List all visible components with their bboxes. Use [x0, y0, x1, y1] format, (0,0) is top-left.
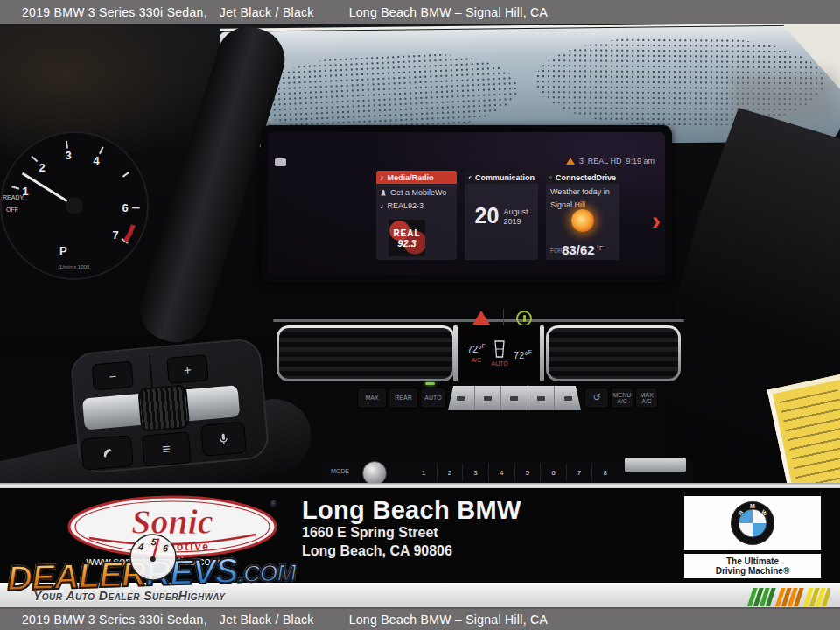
music-note-icon: ♪ [380, 173, 384, 182]
off-indicator: OFF [6, 206, 18, 213]
bmw-roundel-icon: B M W [730, 500, 775, 546]
bmw-tagline-2: Driving Machine® [716, 566, 790, 576]
preset-button: 3 [462, 464, 488, 481]
vent-trim-bar [453, 326, 458, 382]
idrive-screen: 3 REAL HD 9:19 am ♪ Media/Radio Get a Mo… [268, 132, 665, 276]
connecteddrive-icon [550, 173, 552, 181]
status-bar: 3 REAL HD 9:19 am [566, 157, 654, 165]
vehicle-title: 2019 BMW 3 Series 330i Sedan, [22, 5, 207, 19]
phone-icon [468, 173, 472, 181]
volume-plus-button: + [166, 354, 208, 384]
alert-count: 3 [579, 157, 584, 165]
communication-widget-header: Communication [465, 171, 538, 184]
bottom-caption-bar: 2019 BMW 3 Series 330i Sedan, Jet Black … [0, 609, 840, 630]
vent-trim-bar [540, 326, 544, 382]
connecteddrive-widget-header: ConnectedDrive [546, 171, 620, 184]
temperature-row: 83/62 °F [546, 243, 620, 256]
microphone-icon [218, 432, 229, 445]
scroll-wheel [137, 384, 190, 432]
driver-temp: 72°F A/C [467, 342, 486, 365]
dealer-name: Long Beach BMW – Signal Hill, CA [349, 5, 548, 19]
paint-colors: Jet Black / Black [220, 612, 314, 626]
tach-2: 2 [38, 161, 45, 174]
auto-label: AUTO [491, 360, 508, 367]
green-indicator-icon [516, 311, 532, 326]
station-artwork: REAL 92.3 [388, 220, 425, 256]
top-caption-bar: 2019 BMW 3 Series 330i Sedan, Jet Black … [0, 0, 840, 24]
media-row-1: Get a MobileWo [380, 188, 453, 197]
hi-lo-temp: 83/62 [562, 243, 595, 256]
volume-knob [362, 461, 387, 486]
vehicle-title: 2019 BMW 3 Series 330i Sedan, [22, 612, 207, 626]
key-segment [501, 386, 528, 410]
dealer-street: 1660 E Spring Street [302, 523, 522, 542]
media-widget-header: ♪ Media/Radio [376, 171, 457, 184]
preset-button: 8 [592, 464, 618, 481]
date-year: 2019 [503, 217, 528, 227]
gear-indicator: P [60, 244, 67, 257]
air-vent-right [546, 326, 681, 382]
passenger-temp: 72°F [514, 348, 532, 360]
max-ac-button: MAX A/C [635, 388, 658, 409]
mode-button: MODE [331, 468, 349, 474]
gauge-4: 4 [137, 541, 144, 552]
clock: 9:19 am [626, 157, 654, 165]
max-defrost-button: MAX [357, 388, 387, 409]
recirculation-button: ↺ [584, 388, 609, 409]
key-segment [475, 386, 502, 410]
steering-controls: − + ≡ [69, 338, 270, 474]
media-widget: ♪ Media/Radio Get a MobileWo ♪ REAL92-3 [376, 171, 457, 260]
infotainment-display: 3 REAL HD 9:19 am ♪ Media/Radio Get a Mo… [261, 125, 672, 283]
alert-triangle-icon [566, 158, 575, 164]
bmw-letter-m: M [750, 503, 755, 509]
audio-source: REAL HD [588, 157, 622, 165]
status-device-icon [275, 158, 286, 166]
dealer-name-large: Long Beach BMW [302, 497, 522, 523]
chevron-right-icon: › [652, 207, 661, 234]
tach-4: 4 [93, 154, 100, 167]
tach-3: 3 [65, 149, 71, 162]
center-climate: AUTO [491, 340, 508, 367]
key-segment [448, 386, 475, 410]
preset-button: 5 [514, 464, 541, 481]
bell-icon [380, 190, 387, 196]
temperature-key-strip [448, 386, 581, 410]
tach-6: 6 [122, 201, 128, 214]
phone-icon [101, 447, 114, 458]
voice-button [200, 422, 247, 457]
date-day: 20 [475, 205, 500, 227]
preset-buttons: 1 2 3 4 5 6 7 8 [411, 464, 618, 481]
mm-stripes-logo [746, 587, 830, 607]
ac-label: A/C [472, 356, 482, 365]
bmw-logo-box: B M W [684, 496, 821, 550]
date-month: August [503, 207, 528, 217]
preset-button: 2 [437, 464, 463, 481]
weather-line-1: Weather today in [550, 187, 615, 197]
date-display: 20 August 2019 [465, 205, 538, 227]
hazard-triangle-icon [472, 311, 490, 325]
gauge-icon: 4 5 6 [125, 529, 181, 585]
ready-indicator: READY. [3, 194, 24, 200]
bmw-tagline-1: The Ultimate [726, 556, 779, 566]
bmw-tagline-box: The Ultimate Driving Machine® [684, 554, 821, 578]
auto-climate-button: AUTO [420, 388, 446, 409]
cup-icon [494, 340, 506, 358]
vent-slats [549, 328, 678, 379]
preset-button: 7 [566, 464, 592, 481]
climate-display: 72°F A/C AUTO 72°F [461, 326, 538, 382]
dealer-address-block: Long Beach BMW 1660 E Spring Street Long… [302, 497, 522, 560]
registered-mark: ® [270, 500, 276, 508]
communication-widget: Communication 20 August 2019 [465, 171, 538, 260]
trim-key [625, 458, 686, 472]
key-segment [528, 386, 556, 410]
phone-button [80, 435, 134, 471]
tach-7: 7 [112, 228, 118, 242]
preset-button: 1 [411, 464, 437, 481]
media-row-2: ♪ REAL92-3 [380, 201, 453, 210]
dealer-listing-image: 2019 BMW 3 Series 330i Sedan, Jet Black … [0, 0, 840, 630]
temp-unit: °F [597, 244, 604, 252]
menu-button: ≡ [142, 431, 192, 467]
dealer-name: Long Beach BMW – Signal Hill, CA [349, 612, 548, 626]
auto-led [425, 382, 435, 385]
media-widget-title: Media/Radio [388, 173, 434, 182]
